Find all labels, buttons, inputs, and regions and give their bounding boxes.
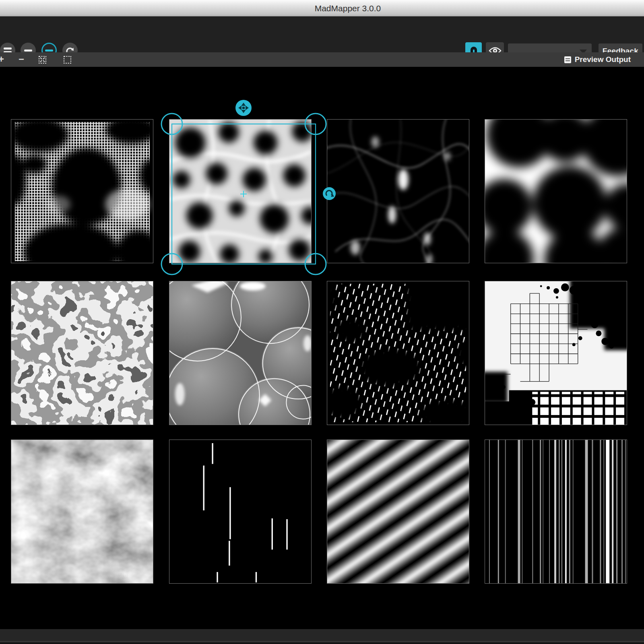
titlebar[interactable]: MadMapper 3.0.0 [0, 0, 644, 17]
window-title: MadMapper 3.0.0 [0, 0, 644, 16]
material-tile-sparse-dashes[interactable] [169, 440, 312, 584]
material-tile-grid-blocks[interactable] [485, 281, 627, 425]
selection-frame-button[interactable] [64, 56, 71, 65]
material-tile-vertical-bars[interactable] [485, 440, 627, 584]
madmapper-window: { "window": { "title": "MadMapper 3.0.0"… [0, 0, 644, 644]
mapping-canvas[interactable] [0, 67, 644, 629]
material-tile-liquid-marble[interactable] [11, 281, 153, 425]
selection-frame-icon [64, 56, 71, 64]
main-toolbar: Feedback [0, 17, 644, 52]
material-tile-dash-scratches[interactable] [327, 281, 469, 425]
zoom-fit-icon [39, 56, 46, 64]
zoom-fit-button[interactable] [39, 56, 46, 65]
material-tile-halftone-weave[interactable] [11, 119, 153, 263]
minus-icon [24, 50, 32, 52]
preview-output-checkbox-icon [564, 56, 571, 63]
view-toolbar: + − Preview Output [0, 52, 644, 67]
preview-output-toggle[interactable]: Preview Output [564, 52, 631, 67]
bottom-panel-grip[interactable] [0, 629, 644, 641]
material-tile-cell-noise[interactable] [169, 119, 312, 263]
bottom-bar [0, 629, 644, 644]
zoom-in-button[interactable]: + [0, 52, 4, 67]
material-tile-silk-smoke[interactable] [327, 119, 469, 263]
minus-active-icon [45, 50, 53, 52]
preview-output-label: Preview Output [575, 55, 631, 64]
material-tile-glow-cells[interactable] [485, 119, 627, 263]
zoom-out-button[interactable]: − [19, 52, 24, 67]
material-tile-diagonal-waves[interactable] [327, 440, 469, 584]
bottom-panel-divider [0, 641, 644, 642]
material-tile-sphere-cluster[interactable] [169, 281, 312, 425]
material-tile-smoke-clouds[interactable] [11, 440, 153, 584]
